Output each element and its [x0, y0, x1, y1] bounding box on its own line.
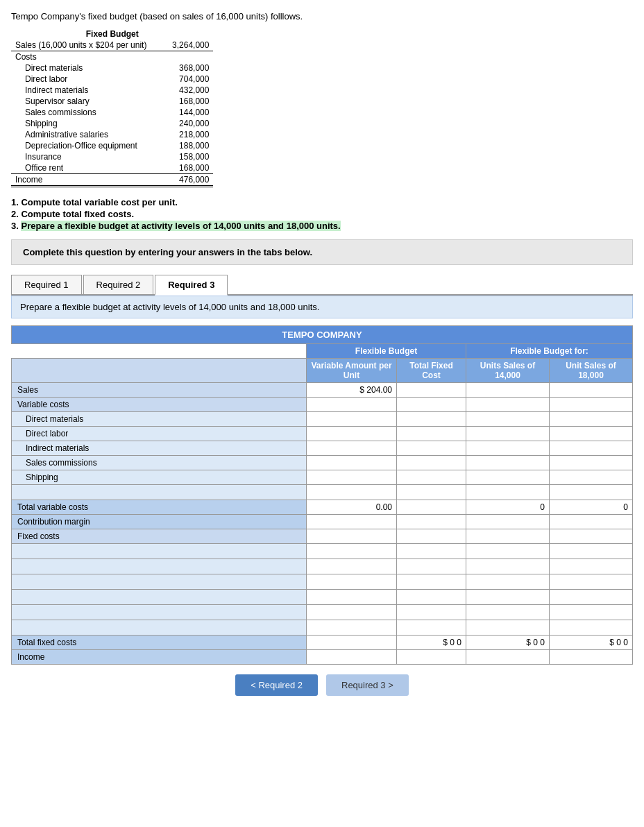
total-fc-18k-cell: $ 0 0 [550, 636, 633, 650]
cm-18k-input[interactable] [554, 517, 628, 527]
var-im-18k-cell[interactable] [550, 441, 633, 456]
fc-row5-var-input[interactable] [311, 608, 392, 617]
var-dl-fixed-input[interactable] [401, 429, 461, 438]
fc-row4-fixed-input[interactable] [401, 592, 461, 602]
var-sh-variable-input[interactable] [311, 472, 392, 482]
sales-18k-cell[interactable] [550, 383, 633, 398]
fc-row5-fixed-input[interactable] [401, 608, 461, 617]
sales-18k-input[interactable] [554, 385, 628, 395]
var-dm-fixed-cell[interactable] [397, 412, 466, 427]
fc-row2-14k-input[interactable] [471, 562, 545, 572]
cm-fixed-cell[interactable] [397, 515, 466, 529]
var-sc-variable-input[interactable] [311, 458, 392, 468]
var-sh-14k-input[interactable] [471, 472, 545, 482]
fc-row6-18k-input[interactable] [554, 623, 628, 633]
var-im-14k-cell[interactable] [466, 441, 550, 456]
fc-row2-var-input[interactable] [311, 562, 392, 572]
empty-row1-var-input[interactable] [311, 488, 392, 497]
var-dl-variable-input[interactable] [311, 429, 392, 438]
var-im-fixed-input[interactable] [401, 443, 461, 453]
fc-row1-fixed-input[interactable] [401, 547, 461, 556]
var-dl-14k-input[interactable] [471, 429, 545, 438]
cm-variable-input[interactable] [311, 517, 392, 527]
var-dl-18k-cell[interactable] [550, 427, 633, 441]
cm-14k-cell[interactable] [466, 515, 550, 529]
fc-row1-14k-input[interactable] [471, 547, 545, 556]
var-sh-18k-cell[interactable] [550, 470, 633, 485]
var-dl-18k-input[interactable] [554, 429, 628, 438]
fc-row2-18k-input[interactable] [554, 562, 628, 572]
fc-row5-14k-input[interactable] [471, 608, 545, 617]
var-sc-18k-input[interactable] [554, 458, 628, 468]
var-sc-fixed-input[interactable] [401, 458, 461, 468]
var-im-variable-cell[interactable] [307, 441, 397, 456]
cm-14k-input[interactable] [471, 517, 545, 527]
var-sh-variable-cell[interactable] [307, 470, 397, 485]
fc-row6-var-input[interactable] [311, 623, 392, 633]
var-im-variable-input[interactable] [311, 443, 392, 453]
empty-row1-14k-input[interactable] [471, 488, 545, 497]
var-dm-14k-cell[interactable] [466, 412, 550, 427]
var-sh-14k-cell[interactable] [466, 470, 550, 485]
fc-row3-18k-input[interactable] [554, 577, 628, 587]
fixed-budget-table: Fixed Budget Sales (16,000 units x $204 … [11, 28, 213, 187]
var-sc-fixed-cell[interactable] [397, 456, 466, 470]
var-dl-fixed-cell[interactable] [397, 427, 466, 441]
income-fixed-cell[interactable] [397, 650, 466, 665]
cm-fixed-input[interactable] [401, 517, 461, 527]
var-im-14k-input[interactable] [471, 443, 545, 453]
fc-row4-18k-input[interactable] [554, 592, 628, 602]
sales-variable-amount-input[interactable] [311, 385, 392, 395]
var-im-fixed-cell[interactable] [397, 441, 466, 456]
income-14k-input[interactable] [471, 652, 545, 662]
var-dm-variable-cell[interactable] [307, 412, 397, 427]
income-fixed-input[interactable] [401, 652, 461, 662]
var-sh-fixed-input[interactable] [401, 472, 461, 482]
sales-fixed-cost-cell[interactable] [397, 383, 466, 398]
fc-row1-var-input[interactable] [311, 547, 392, 556]
fc-row5-18k-input[interactable] [554, 608, 628, 617]
next-button[interactable]: Required 3 > [326, 674, 409, 696]
var-sc-14k-cell[interactable] [466, 456, 550, 470]
income-variable-cell[interactable] [307, 650, 397, 665]
cm-variable-cell[interactable] [307, 515, 397, 529]
sales-14k-cell[interactable] [466, 383, 550, 398]
fc-row3-var-input[interactable] [311, 577, 392, 587]
income-18k-cell[interactable] [550, 650, 633, 665]
sales-fixed-cost-input[interactable] [401, 385, 461, 395]
var-dl-variable-cell[interactable] [307, 427, 397, 441]
var-dl-14k-cell[interactable] [466, 427, 550, 441]
var-dm-18k-cell[interactable] [550, 412, 633, 427]
var-sc-18k-cell[interactable] [550, 456, 633, 470]
var-sc-14k-input[interactable] [471, 458, 545, 468]
var-dm-variable-input[interactable] [311, 414, 392, 424]
fc-row2-fixed-input[interactable] [401, 562, 461, 572]
var-im-18k-input[interactable] [554, 443, 628, 453]
empty-row1-fixed-input[interactable] [401, 488, 461, 497]
income-row-label: Income [12, 650, 307, 665]
var-dm-fixed-input[interactable] [401, 414, 461, 424]
cm-18k-cell[interactable] [550, 515, 633, 529]
fc-row3-fixed-input[interactable] [401, 577, 461, 587]
fc-row4-var-input[interactable] [311, 592, 392, 602]
prev-button[interactable]: < Required 2 [235, 674, 318, 696]
tab-required2[interactable]: Required 2 [83, 275, 154, 294]
sales-14k-input[interactable] [471, 385, 545, 395]
var-sc-variable-cell[interactable] [307, 456, 397, 470]
fc-row6-fixed-input[interactable] [401, 623, 461, 633]
fc-row1-18k-input[interactable] [554, 547, 628, 556]
income-variable-input[interactable] [311, 652, 392, 662]
income-14k-cell[interactable] [466, 650, 550, 665]
var-dm-18k-input[interactable] [554, 414, 628, 424]
income-18k-input[interactable] [554, 652, 628, 662]
sales-variable-amount-cell[interactable] [307, 383, 397, 398]
var-sh-fixed-cell[interactable] [397, 470, 466, 485]
empty-row1-18k-input[interactable] [554, 488, 628, 497]
var-sh-18k-input[interactable] [554, 472, 628, 482]
fc-row6-14k-input[interactable] [471, 623, 545, 633]
var-dm-14k-input[interactable] [471, 414, 545, 424]
fc-row4-14k-input[interactable] [471, 592, 545, 602]
tab-required1[interactable]: Required 1 [11, 275, 82, 294]
fc-row3-14k-input[interactable] [471, 577, 545, 587]
tab-required3[interactable]: Required 3 [155, 275, 228, 296]
